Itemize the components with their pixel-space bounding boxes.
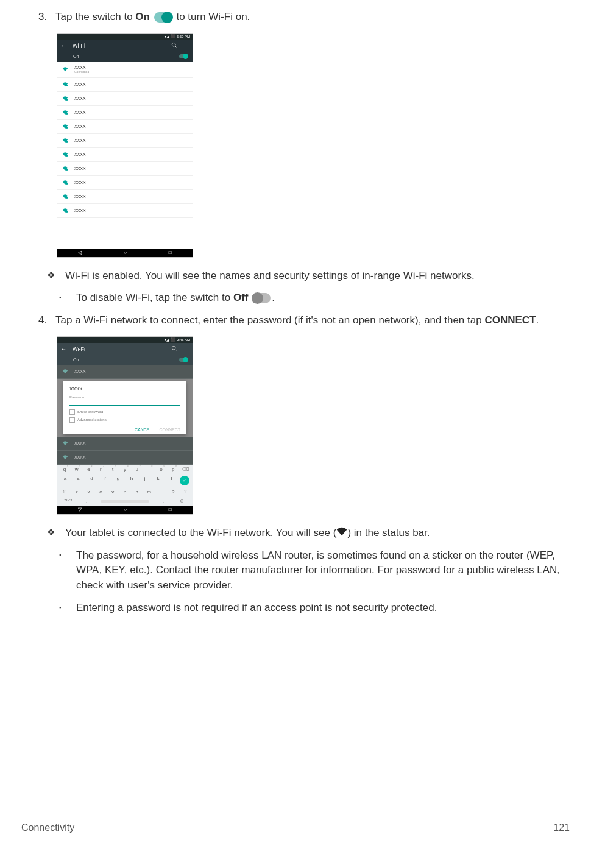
square-bullet-icon: ▪ <box>59 601 76 616</box>
key: 9o <box>156 467 166 472</box>
bullet-text-after: ) in the status bar. <box>347 527 430 538</box>
step-bold: On <box>135 11 150 23</box>
key: 1q <box>60 467 69 472</box>
cancel-button: CANCEL <box>135 428 152 432</box>
network-row: XXXX <box>57 106 193 120</box>
network-sub: Connected <box>74 70 89 74</box>
diamond-bullet-icon: ❖ <box>47 526 65 541</box>
bullet-no-password: ▪ Entering a password is not required if… <box>59 601 570 616</box>
toggle-off-icon <box>252 293 271 303</box>
network-name: XXXX <box>74 152 86 157</box>
wifi-icon <box>62 138 68 144</box>
checkbox-icon <box>69 409 75 415</box>
step-text: Tap a Wi-Fi network to connect, enter th… <box>55 314 484 326</box>
key: 8i <box>144 467 154 472</box>
wifi-status-icon: ▾◢ ⬛ <box>165 337 175 342</box>
key: a <box>60 476 70 485</box>
wifi-icon <box>62 166 68 172</box>
search-icon <box>171 42 177 49</box>
diamond-bullet-icon: ❖ <box>47 269 65 284</box>
toggle-on-icon <box>154 12 172 23</box>
svg-point-6 <box>66 141 68 143</box>
step-text: Tap the switch to <box>55 11 135 23</box>
backspace-icon: ⌫ <box>180 467 190 472</box>
key: l <box>166 476 176 485</box>
key: 4r <box>96 467 105 472</box>
key: 2w <box>72 467 82 472</box>
key: ! <box>156 489 166 495</box>
bullet-text: To disable Wi-Fi, tap the switch to <box>76 292 233 303</box>
bullet-disable-wifi: ▪ To disable Wi-Fi, tap the switch to Of… <box>59 291 570 306</box>
app-bar: ← Wi-Fi ⋮ <box>57 343 193 355</box>
status-time: 2:45 AM <box>177 338 190 342</box>
key: 0p <box>168 467 178 472</box>
wifi-icon <box>62 208 68 214</box>
wifi-icon <box>62 124 68 130</box>
key: z <box>72 489 82 495</box>
more-icon: ⋮ <box>183 346 189 352</box>
step-4: 4. Tap a Wi-Fi network to connect, enter… <box>38 313 570 328</box>
bullet-text: The password, for a household wireless L… <box>76 548 570 593</box>
connect-dialog: XXXX Password Show password Advanced opt… <box>63 381 186 434</box>
key: j <box>140 476 150 485</box>
status-time: 5:50 PM <box>177 35 190 38</box>
network-name: XXXX <box>74 138 86 143</box>
key: b <box>120 489 130 495</box>
square-bullet-icon: ▪ <box>59 291 76 306</box>
spacebar-key <box>101 500 149 503</box>
nav-home-icon: ○ <box>124 250 127 255</box>
key: s <box>74 476 83 485</box>
network-row: XXXX <box>57 162 193 176</box>
svg-line-13 <box>175 349 176 350</box>
wifi-status-icon: ▾◢ ⬛ <box>165 34 175 38</box>
network-name: XXXX <box>74 166 86 171</box>
svg-line-1 <box>175 46 176 47</box>
wifi-on-row: On <box>57 52 193 62</box>
emoji-icon: ☺ <box>177 498 187 504</box>
symbols-key: ?123 <box>63 498 73 504</box>
nav-bar: ▽ ○ □ <box>57 506 193 514</box>
wifi-icon <box>62 82 68 88</box>
svg-point-11 <box>66 211 68 213</box>
status-bar: ▾◢ ⬛ 2:45 AM <box>57 337 193 343</box>
advanced-options-checkbox: Advanced options <box>69 417 180 423</box>
key: 3e <box>84 467 94 472</box>
dialog-title: XXXX <box>69 386 180 392</box>
back-icon: ← <box>61 43 66 49</box>
wifi-icon <box>62 454 68 460</box>
wifi-on-row: On <box>57 355 193 365</box>
network-row: XXXX <box>57 365 193 379</box>
app-title: Wi-Fi <box>73 43 165 49</box>
keyboard: 1q 2w 3e 4r 5t 6y 7u 8i 9o 0p ⌫ a s d f … <box>57 465 193 506</box>
wifi-icon <box>62 110 68 116</box>
network-name: XXXX <box>74 194 86 199</box>
bullet-text-after: . <box>272 292 275 303</box>
key: 5t <box>108 467 118 472</box>
search-icon <box>171 345 177 353</box>
status-bar: ▾◢ ⬛ 5:50 PM <box>57 34 193 40</box>
toggle-on-icon <box>179 358 188 362</box>
network-name: XXXX <box>74 82 86 86</box>
key: c <box>96 489 105 495</box>
network-row: XXXX <box>57 134 193 148</box>
key: k <box>153 476 163 485</box>
key: x <box>84 489 94 495</box>
svg-point-3 <box>66 99 68 101</box>
nav-back-icon: ▽ <box>78 507 82 512</box>
wifi-connected-icon <box>336 526 347 541</box>
key: , <box>82 498 91 504</box>
svg-point-7 <box>66 155 68 156</box>
app-bar: ← Wi-Fi ⋮ <box>57 40 193 52</box>
nav-recent-icon: □ <box>169 250 172 255</box>
nav-home-icon: ○ <box>124 507 127 512</box>
nav-back-icon: ◁ <box>78 250 82 255</box>
screenshot-wifi-connect: ▾◢ ⬛ 2:45 AM ← Wi-Fi ⋮ On XXXX XXXX Pass… <box>57 336 193 515</box>
bullet-password-info: ▪ The password, for a household wireless… <box>59 548 570 593</box>
page-footer: Connectivity 121 <box>21 822 570 833</box>
shift-icon: ⇧ <box>180 489 190 495</box>
network-row: XXXX <box>57 190 193 204</box>
network-row: XXXX <box>57 437 193 451</box>
wifi-icon <box>62 194 68 200</box>
step-text-after: . <box>536 314 539 326</box>
bullet-wifi-enabled: ❖ Wi-Fi is enabled. You will see the nam… <box>47 269 570 284</box>
